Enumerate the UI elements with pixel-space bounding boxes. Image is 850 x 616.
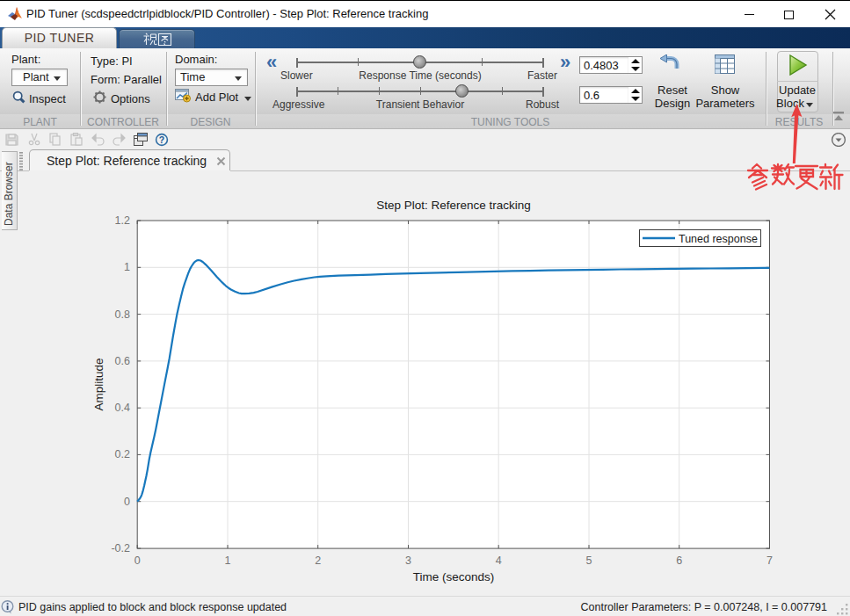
svg-text:Amplitude: Amplitude bbox=[92, 358, 105, 410]
svg-text:Time (seconds): Time (seconds) bbox=[413, 570, 495, 583]
svg-text:1: 1 bbox=[124, 261, 130, 273]
svg-text:0.8: 0.8 bbox=[115, 308, 130, 321]
svg-text:7: 7 bbox=[766, 554, 773, 567]
svg-text:0: 0 bbox=[134, 554, 141, 567]
svg-text:0.2: 0.2 bbox=[115, 448, 130, 460]
svg-text:1.2: 1.2 bbox=[115, 214, 130, 227]
svg-text:0: 0 bbox=[124, 496, 130, 508]
svg-text:0.4: 0.4 bbox=[115, 402, 130, 414]
svg-text:5: 5 bbox=[586, 554, 592, 567]
svg-text:1: 1 bbox=[225, 554, 231, 567]
svg-text:?: ? bbox=[159, 134, 164, 145]
svg-text:2: 2 bbox=[315, 554, 321, 567]
svg-text:Step Plot: Reference tracking: Step Plot: Reference tracking bbox=[376, 199, 531, 212]
svg-text:Tuned response: Tuned response bbox=[679, 233, 758, 245]
svg-text:0.6: 0.6 bbox=[115, 355, 130, 367]
svg-text:4: 4 bbox=[496, 554, 502, 567]
svg-text:-0.2: -0.2 bbox=[111, 542, 130, 554]
svg-text:3: 3 bbox=[405, 554, 411, 567]
svg-text:6: 6 bbox=[676, 554, 682, 567]
